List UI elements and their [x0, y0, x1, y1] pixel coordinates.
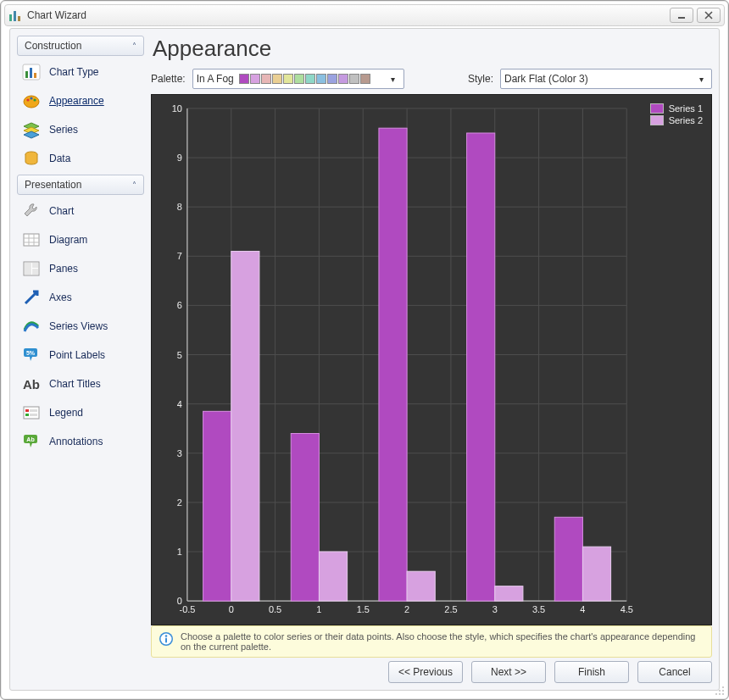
svg-point-10 [30, 97, 32, 99]
palette-icon [22, 92, 41, 110]
cancel-button[interactable]: Cancel [637, 661, 712, 683]
previous-button[interactable]: << Previous [388, 661, 463, 683]
palette-combo[interactable]: In A Fog ▾ [192, 69, 404, 89]
svg-rect-87 [165, 638, 167, 643]
svg-rect-7 [34, 73, 36, 78]
svg-text:1.5: 1.5 [357, 604, 370, 614]
sidebar-item-chart-type[interactable]: Chart Type [17, 59, 144, 85]
svg-rect-16 [32, 263, 38, 268]
chart-wizard-window: Chart Wizard Construction ˄ Chart Type [0, 0, 729, 700]
footer: << Previous Next >> Finish Cancel [151, 661, 712, 683]
titlebar: Chart Wizard [4, 4, 725, 26]
swirl-icon [22, 317, 41, 336]
svg-text:Ab: Ab [26, 436, 34, 442]
chart-legend: Series 1 Series 2 [650, 103, 703, 127]
palette-label: Palette: [151, 73, 186, 85]
sidebar-item-diagram[interactable]: Diagram [17, 227, 144, 253]
svg-rect-23 [25, 414, 29, 416]
sidebar-item-data[interactable]: Data [17, 146, 144, 171]
svg-text:0: 0 [229, 604, 234, 614]
svg-point-89 [719, 690, 721, 692]
svg-rect-0 [9, 14, 12, 21]
sidebar-item-axes[interactable]: Axes [17, 285, 144, 310]
finish-button[interactable]: Finish [554, 661, 629, 683]
sidebar-item-label: Axes [49, 292, 72, 303]
sidebar-item-chart-titles[interactable]: Ab Chart Titles [17, 371, 144, 397]
sidebar-item-label: Diagram [49, 234, 87, 246]
svg-rect-1 [14, 11, 16, 21]
style-label: Style: [468, 73, 493, 85]
chart-svg: 012345678910-0.500.511.522.533.544.5 [152, 95, 711, 625]
sidebar-item-label: Legend [49, 407, 83, 419]
app-icon [8, 8, 22, 22]
sidebar-item-series-views[interactable]: Series Views [17, 314, 144, 339]
palette-swatches [239, 74, 370, 84]
svg-text:5%: 5% [26, 350, 36, 356]
section-presentation[interactable]: Presentation ˄ [17, 175, 144, 195]
svg-rect-24 [30, 409, 37, 412]
section-label: Construction [25, 40, 81, 52]
hint-panel: Choose a palette to color series or thei… [151, 625, 712, 658]
page-title: Appearance [153, 36, 712, 62]
hint-text: Choose a palette to color series or thei… [181, 631, 704, 652]
next-button[interactable]: Next >> [471, 661, 546, 683]
minimize-button[interactable] [670, 8, 693, 23]
arrow-icon [22, 288, 41, 307]
sidebar-item-series[interactable]: Series [17, 117, 144, 142]
svg-text:4.5: 4.5 [620, 604, 633, 614]
svg-text:1: 1 [177, 547, 182, 557]
svg-point-11 [33, 98, 36, 101]
wrench-icon [22, 202, 41, 220]
svg-rect-78 [379, 128, 407, 601]
svg-text:2: 2 [404, 604, 409, 614]
chevron-down-icon: ▾ [694, 75, 708, 84]
window-title: Chart Wizard [27, 9, 86, 21]
chevron-up-icon: ˄ [132, 42, 136, 51]
content-pane: Appearance Palette: In A Fog ▾ Style: Da… [151, 36, 712, 683]
chevron-up-icon: ˄ [132, 181, 136, 190]
sidebar-item-annotations[interactable]: Ab Annotations [17, 429, 144, 454]
sidebar-item-appearance[interactable]: Appearance [17, 88, 144, 114]
dialog-body: Construction ˄ Chart Type Appearance [9, 28, 720, 691]
sidebar-item-point-labels[interactable]: 5% Point Labels [17, 342, 144, 368]
svg-text:0.5: 0.5 [269, 604, 281, 614]
sidebar-item-label: Chart Titles [49, 378, 101, 390]
chevron-down-icon: ▾ [387, 75, 400, 84]
svg-text:10: 10 [172, 103, 182, 114]
text-icon: Ab [22, 375, 41, 393]
svg-rect-79 [407, 571, 435, 601]
resize-grip[interactable] [713, 684, 725, 696]
palette-value: In A Fog [197, 73, 234, 85]
sidebar-item-legend[interactable]: Legend [17, 400, 144, 425]
layers-icon [22, 120, 41, 139]
sidebar-item-panes[interactable]: Panes [17, 256, 144, 281]
svg-rect-6 [30, 68, 32, 78]
close-button[interactable] [697, 8, 721, 23]
svg-text:Ab: Ab [23, 377, 40, 392]
svg-rect-76 [291, 434, 319, 602]
svg-text:6: 6 [177, 300, 182, 310]
svg-text:4: 4 [580, 604, 585, 614]
section-construction[interactable]: Construction ˄ [17, 36, 144, 56]
svg-text:8: 8 [177, 202, 182, 212]
svg-point-9 [26, 98, 29, 101]
svg-point-93 [722, 693, 724, 695]
svg-rect-5 [25, 71, 28, 78]
sidebar-item-label: Point Labels [49, 349, 105, 361]
style-combo[interactable]: Dark Flat (Color 3) ▾ [500, 69, 712, 89]
svg-rect-82 [554, 517, 582, 601]
sidebar-item-label: Data [49, 153, 70, 164]
legend-swatch-2 [650, 115, 664, 125]
legend-label-2: Series 2 [669, 115, 703, 125]
legend-item-1: Series 1 [650, 103, 703, 114]
svg-rect-17 [32, 269, 38, 275]
svg-rect-21 [24, 407, 39, 419]
svg-text:5: 5 [177, 350, 182, 360]
sidebar-item-chart[interactable]: Chart [17, 198, 144, 224]
svg-rect-3 [678, 17, 685, 19]
sidebar-item-label: Panes [49, 263, 78, 275]
svg-rect-13 [24, 234, 39, 246]
svg-point-90 [722, 690, 724, 692]
svg-rect-80 [467, 133, 495, 601]
svg-point-86 [165, 635, 168, 637]
